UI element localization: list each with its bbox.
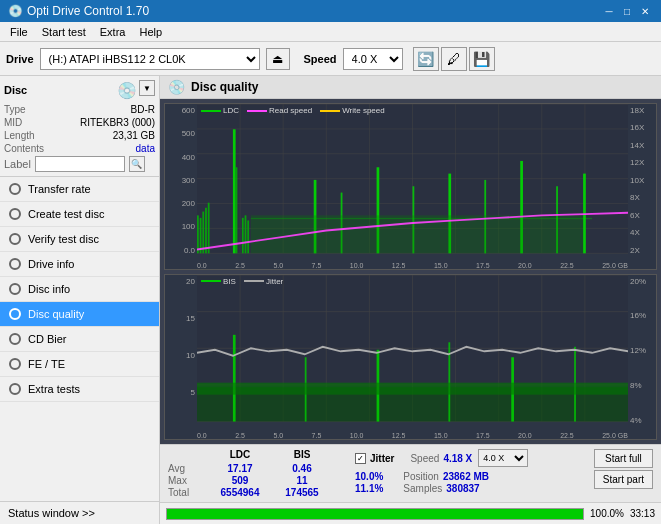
edit-button[interactable]: 🖊	[441, 47, 467, 71]
sidebar-item-fe-te[interactable]: FE / TE	[0, 352, 159, 377]
svg-rect-17	[197, 215, 199, 253]
total-bis: 174565	[277, 487, 327, 498]
menu-help[interactable]: Help	[133, 24, 168, 40]
jitter-checkbox[interactable]: ✓	[355, 453, 366, 464]
progress-bar-inner	[167, 509, 583, 519]
drive-select[interactable]: (H:) ATAPI iHBS112 2 CL0K	[40, 48, 260, 70]
refresh-button[interactable]: 🔄	[413, 47, 439, 71]
sidebar-item-create-test-disc[interactable]: Create test disc	[0, 202, 159, 227]
type-value: BD-R	[131, 104, 155, 115]
drive-info-label: Drive info	[28, 258, 74, 270]
sidebar-item-disc-quality[interactable]: Disc quality	[0, 302, 159, 327]
verify-test-disc-label: Verify test disc	[28, 233, 99, 245]
read-speed-legend: Read speed	[247, 106, 312, 115]
disc-info-icon	[8, 282, 22, 296]
bis-legend-label: BIS	[223, 277, 236, 286]
samples-row: Samples 380837	[403, 483, 489, 494]
position-label: Position	[403, 471, 439, 482]
max-bis: 11	[277, 475, 327, 486]
max-row: Max 509 11	[168, 475, 327, 486]
titlebar-title: 💿 Opti Drive Control 1.70	[8, 4, 149, 18]
disc-icon: 💿	[117, 80, 137, 100]
extra-tests-label: Extra tests	[28, 383, 80, 395]
minimize-button[interactable]: ─	[601, 3, 617, 19]
menu-file[interactable]: File	[4, 24, 34, 40]
close-button[interactable]: ✕	[637, 3, 653, 19]
bottom-chart: 20 15 10 5 BIS Jitter	[164, 274, 657, 441]
position-row: Position 23862 MB	[403, 471, 489, 482]
eject-button[interactable]: ⏏	[266, 48, 290, 70]
contents-value: data	[136, 143, 155, 154]
sidebar-item-drive-info[interactable]: Drive info	[0, 252, 159, 277]
label-browse-button[interactable]: 🔍	[129, 156, 145, 172]
disc-label-row: Label 🔍	[4, 156, 155, 172]
fe-te-label: FE / TE	[28, 358, 65, 370]
max-label: Max	[168, 475, 203, 486]
titlebar: 💿 Opti Drive Control 1.70 ─ □ ✕	[0, 0, 661, 22]
svg-rect-60	[197, 382, 628, 394]
bis-col-header: BIS	[277, 449, 327, 460]
disc-type-row: Type BD-R	[4, 104, 155, 115]
mid-label: MID	[4, 117, 22, 128]
avg-row: Avg 17.17 0.46	[168, 463, 327, 474]
disc-info-button[interactable]: ▼	[139, 80, 155, 96]
max-ldc: 509	[215, 475, 265, 486]
sidebar-item-transfer-rate[interactable]: Transfer rate	[0, 177, 159, 202]
type-label: Type	[4, 104, 26, 115]
bis-legend: BIS	[201, 277, 236, 286]
status-window-label: Status window >>	[8, 507, 95, 519]
maximize-button[interactable]: □	[619, 3, 635, 19]
samples-label: Samples	[403, 483, 442, 494]
avg-bis: 0.46	[277, 463, 327, 474]
disc-contents-row: Contents data	[4, 143, 155, 154]
speed-label: Speed	[304, 53, 337, 65]
svg-rect-20	[205, 208, 207, 254]
label-input[interactable]	[35, 156, 125, 172]
titlebar-controls: ─ □ ✕	[601, 3, 653, 19]
progress-bar-area: 100.0% 33:13	[160, 502, 661, 524]
create-test-disc-label: Create test disc	[28, 208, 104, 220]
drive-label: Drive	[6, 53, 34, 65]
avg-ldc: 17.17	[215, 463, 265, 474]
transfer-rate-label: Transfer rate	[28, 183, 91, 195]
jitter-stats-rows: 10.0% 11.1% Position 23862 MB Samples 38…	[355, 471, 528, 494]
speed-unit-select[interactable]: 4.0 X	[478, 449, 528, 467]
write-speed-legend-label: Write speed	[342, 106, 385, 115]
top-chart-svg	[197, 104, 628, 269]
jitter-values: 10.0% 11.1%	[355, 471, 383, 494]
speed-select[interactable]: 4.0 X	[343, 48, 403, 70]
disc-mid-row: MID RITEKBR3 (000)	[4, 117, 155, 128]
disc-quality-icon	[8, 307, 22, 321]
menu-start-test[interactable]: Start test	[36, 24, 92, 40]
jitter-col-header: Jitter	[370, 453, 394, 464]
length-label: Length	[4, 130, 35, 141]
menu-extra[interactable]: Extra	[94, 24, 132, 40]
app-title: Opti Drive Control 1.70	[27, 4, 149, 18]
extra-tests-icon	[8, 382, 22, 396]
svg-rect-21	[208, 203, 210, 254]
bottom-chart-y-labels-left: 20 15 10 5	[165, 275, 197, 440]
sidebar-item-disc-info[interactable]: Disc info	[0, 277, 159, 302]
top-chart-area: LDC Read speed Write speed	[197, 104, 628, 269]
save-button[interactable]: 💾	[469, 47, 495, 71]
bottom-chart-area: BIS Jitter	[197, 275, 628, 440]
ldc-legend: LDC	[201, 106, 239, 115]
read-speed-legend-dot	[247, 110, 267, 112]
total-label: Total	[168, 487, 203, 498]
progress-time: 33:13	[630, 508, 655, 519]
total-row: Total 6554964 174565	[168, 487, 327, 498]
sidebar-item-cd-bier[interactable]: CD Bier	[0, 327, 159, 352]
ldc-legend-label: LDC	[223, 106, 239, 115]
start-buttons: Start full Start part	[594, 449, 653, 489]
start-part-button[interactable]: Start part	[594, 470, 653, 489]
start-full-button[interactable]: Start full	[594, 449, 653, 468]
sidebar-item-verify-test-disc[interactable]: Verify test disc	[0, 227, 159, 252]
sidebar-item-extra-tests[interactable]: Extra tests	[0, 377, 159, 402]
disc-title: Disc	[4, 84, 27, 96]
top-chart-y-labels-right: 18X 16X 14X 12X 10X 8X 6X 4X 2X	[628, 104, 656, 269]
bottom-chart-svg	[197, 275, 628, 440]
charts-container: 600 500 400 300 200 100 0.0 LDC	[160, 99, 661, 444]
position-stats: Position 23862 MB Samples 380837	[403, 471, 489, 494]
max-jitter: 11.1%	[355, 483, 383, 494]
status-window-button[interactable]: Status window >>	[0, 502, 159, 524]
